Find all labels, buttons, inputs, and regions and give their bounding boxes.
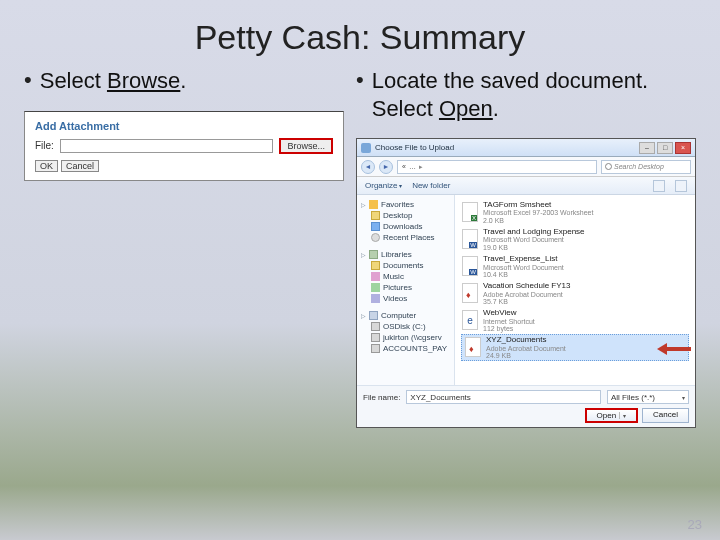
sidebar-item-downloads[interactable]: Downloads: [359, 221, 452, 232]
open-button[interactable]: Open: [585, 408, 639, 423]
sidebar-item-music[interactable]: Music: [359, 271, 452, 282]
breadcrumb[interactable]: « … ▸: [397, 160, 597, 174]
organize-menu[interactable]: Organize: [365, 181, 402, 190]
file-list: TAGForm SmsheetMicrosoft Excel 97-2003 W…: [455, 195, 695, 385]
file-name: Travel and Lodging Expense: [483, 228, 585, 236]
bullet-dot: •: [24, 67, 32, 93]
dialog-footer: File name: XYZ_Documents All Files (*.*)…: [357, 385, 695, 427]
file-meta: Vacation Schedule FY13Adobe Acrobat Docu…: [483, 282, 570, 305]
left-bullet-suffix: .: [180, 68, 186, 93]
file-size: 24.9 KB: [486, 352, 566, 359]
sidebar: ▷Favorites Desktop Downloads Recent Plac…: [357, 195, 455, 385]
filename-label: File name:: [363, 393, 400, 402]
file-label: File:: [35, 140, 54, 151]
panel-header: Add Attachment: [35, 120, 333, 132]
sidebar-item-pictures[interactable]: Pictures: [359, 282, 452, 293]
right-bullet-underline: Open: [439, 96, 493, 121]
help-icon[interactable]: [675, 180, 687, 192]
slide-title: Petty Cash: Summary: [0, 0, 720, 67]
sidebar-computer-header[interactable]: ▷Computer: [359, 310, 452, 321]
close-button[interactable]: ×: [675, 142, 691, 154]
file-row[interactable]: Travel_Expense_ListMicrosoft Word Docume…: [461, 253, 689, 280]
right-bullet-suffix: .: [493, 96, 499, 121]
library-icon: [369, 250, 378, 259]
page-number: 23: [688, 517, 702, 532]
file-row[interactable]: TAGForm SmsheetMicrosoft Excel 97-2003 W…: [461, 199, 689, 226]
left-bullet: • Select Browse.: [24, 67, 344, 95]
file-row[interactable]: Vacation Schedule FY13Adobe Acrobat Docu…: [461, 280, 689, 307]
file-row[interactable]: eWebViewInternet Shortcut112 bytes: [461, 307, 689, 334]
window-chrome: Choose File to Upload – □ ×: [357, 139, 695, 157]
clock-icon: [371, 233, 380, 242]
sidebar-item-netdrive1[interactable]: jukirton (\\cgserv: [359, 332, 452, 343]
red-arrow-annotation: [657, 343, 695, 355]
dialog-toolbar: Organize New folder: [357, 177, 695, 195]
cancel-button[interactable]: Cancel: [61, 160, 99, 172]
pdf-icon: [461, 282, 479, 304]
file-filter-dropdown[interactable]: All Files (*.*): [607, 390, 689, 404]
new-folder-button[interactable]: New folder: [412, 181, 450, 190]
filename-input[interactable]: XYZ_Documents: [406, 390, 601, 404]
breadcrumb-seg: …: [409, 163, 416, 170]
ok-button[interactable]: OK: [35, 160, 58, 172]
file-type: Microsoft Excel 97-2003 Worksheet: [483, 209, 593, 216]
sidebar-libraries-header[interactable]: ▷Libraries: [359, 249, 452, 260]
left-column: • Select Browse. Add Attachment File: Br…: [24, 67, 344, 428]
folder-icon: [371, 261, 380, 270]
minimize-button[interactable]: –: [639, 142, 655, 154]
sidebar-favorites-header[interactable]: ▷Favorites: [359, 199, 452, 210]
file-name: WebView: [483, 309, 535, 317]
computer-icon: [369, 311, 378, 320]
music-icon: [371, 272, 380, 281]
file-meta: XYZ_DocumentsAdobe Acrobat Document24.9 …: [486, 336, 566, 359]
file-row[interactable]: XYZ_DocumentsAdobe Acrobat Document24.9 …: [461, 334, 689, 361]
left-bullet-prefix: Select: [40, 68, 107, 93]
sidebar-item-osdisk[interactable]: OSDisk (C:): [359, 321, 452, 332]
file-row[interactable]: Travel and Lodging ExpenseMicrosoft Word…: [461, 226, 689, 253]
file-meta: Travel and Lodging ExpenseMicrosoft Word…: [483, 228, 585, 251]
disk-icon: [371, 333, 380, 342]
disk-icon: [371, 322, 380, 331]
file-type: Adobe Acrobat Document: [486, 345, 566, 352]
breadcrumb-sep: ▸: [419, 163, 423, 171]
file-size: 10.4 KB: [483, 271, 564, 278]
picture-icon: [371, 283, 380, 292]
search-placeholder: Search Desktop: [614, 163, 664, 170]
search-input[interactable]: Search Desktop: [601, 160, 691, 174]
sidebar-item-netdrive2[interactable]: ACCOUNTS_PAY: [359, 343, 452, 354]
window-title: Choose File to Upload: [375, 143, 635, 152]
browse-button[interactable]: Browse...: [279, 138, 333, 154]
file-size: 19.0 KB: [483, 244, 585, 251]
bullet-dot: •: [356, 67, 364, 93]
dialog-cancel-button[interactable]: Cancel: [642, 408, 689, 423]
file-size: 2.0 KB: [483, 217, 593, 224]
folder-icon: [371, 211, 380, 220]
file-size: 112 bytes: [483, 325, 535, 332]
file-size: 35.7 KB: [483, 298, 570, 305]
sidebar-item-desktop[interactable]: Desktop: [359, 210, 452, 221]
view-icon[interactable]: [653, 180, 665, 192]
back-button[interactable]: ◄: [361, 160, 375, 174]
forward-button[interactable]: ►: [379, 160, 393, 174]
add-attachment-panel: Add Attachment File: Browse... OK Cancel: [24, 111, 344, 181]
download-icon: [371, 222, 380, 231]
nav-bar: ◄ ► « … ▸ Search Desktop: [357, 157, 695, 177]
file-name: TAGForm Smsheet: [483, 201, 593, 209]
file-type: Internet Shortcut: [483, 318, 535, 325]
right-column: • Locate the saved document. Select Open…: [356, 67, 696, 428]
word-icon: [461, 255, 479, 277]
disk-icon: [371, 344, 380, 353]
sidebar-item-recent[interactable]: Recent Places: [359, 232, 452, 243]
sidebar-item-videos[interactable]: Videos: [359, 293, 452, 304]
file-name: Vacation Schedule FY13: [483, 282, 570, 290]
left-bullet-underline: Browse: [107, 68, 180, 93]
video-icon: [371, 294, 380, 303]
sidebar-item-documents[interactable]: Documents: [359, 260, 452, 271]
pdf-icon: [464, 336, 482, 358]
excel-icon: [461, 201, 479, 223]
star-icon: [369, 200, 378, 209]
file-input[interactable]: [60, 139, 274, 153]
maximize-button[interactable]: □: [657, 142, 673, 154]
right-bullet: • Locate the saved document. Select Open…: [356, 67, 696, 122]
file-name: XYZ_Documents: [486, 336, 566, 344]
